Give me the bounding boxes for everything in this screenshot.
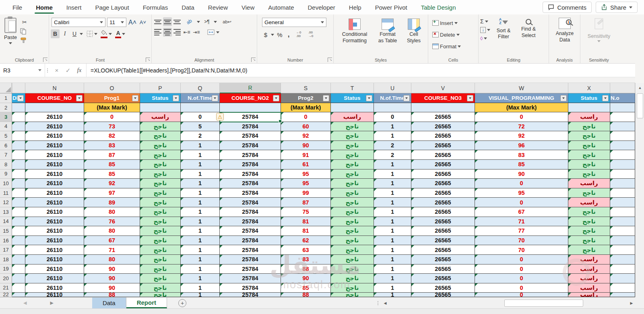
table-cell[interactable]: 1 <box>374 245 411 255</box>
table-cell[interactable]: 92 <box>84 179 140 188</box>
partial-cell[interactable] <box>610 198 635 207</box>
table-cell[interactable]: 26110 <box>25 236 84 246</box>
partial-cell[interactable] <box>610 236 635 246</box>
table-cell[interactable]: 81 <box>281 226 331 236</box>
scroll-up-icon[interactable]: ▲ <box>636 84 644 91</box>
table-cell[interactable]: 1 <box>181 236 220 246</box>
table-cell[interactable]: ناجح <box>568 226 610 236</box>
table-cell[interactable]: ناجح <box>331 131 374 141</box>
partial-cell[interactable] <box>12 274 25 283</box>
sheet-tab-report[interactable]: Report <box>126 297 167 308</box>
partial-cell[interactable] <box>610 245 635 255</box>
vertical-scrollbar[interactable]: ▲ ▼ <box>635 83 644 308</box>
table-cell[interactable]: 26110 <box>25 160 84 169</box>
find-select-button[interactable]: Find & Select <box>517 16 540 42</box>
font-size-select[interactable]: 11 <box>107 18 126 27</box>
filter-button[interactable] <box>403 95 410 101</box>
table-header-course-no[interactable]: COURSE_NO <box>25 93 84 103</box>
table-cell[interactable]: 25784 <box>220 150 281 160</box>
format-painter-button[interactable] <box>20 37 27 43</box>
table-cell[interactable]: 95 <box>281 169 331 179</box>
table-cell[interactable]: 26110 <box>25 264 84 274</box>
sort-filter-button[interactable]: AZ Sort & Filter <box>492 16 515 42</box>
table-cell[interactable]: 0 <box>475 274 568 283</box>
row-header-3[interactable]: 3 <box>0 112 12 122</box>
column-letter-N[interactable]: N <box>25 83 84 93</box>
partial-cell[interactable] <box>610 150 635 160</box>
table-cell[interactable]: 25784 <box>220 245 281 255</box>
orientation-button[interactable]: ab <box>181 14 197 29</box>
table-cell[interactable]: 0 <box>475 179 568 188</box>
table-cell[interactable]: 67 <box>475 207 568 217</box>
table-cell[interactable]: راسب <box>568 293 610 297</box>
filter-button[interactable] <box>173 95 179 101</box>
row-header-22[interactable]: 22 <box>0 293 12 297</box>
menu-tab-automate[interactable]: Automate <box>261 0 301 14</box>
table-cell[interactable]: 25784 <box>220 217 281 227</box>
table-cell[interactable]: ناجح <box>568 207 610 217</box>
row-header-11[interactable]: 11 <box>0 188 12 198</box>
increase-indent-button[interactable]: ⇥≡ <box>192 28 201 37</box>
partial-cell[interactable] <box>12 150 25 160</box>
table-cell[interactable]: 0 <box>475 293 568 297</box>
table-cell[interactable]: 1 <box>374 131 411 141</box>
table-cell[interactable]: 1 <box>181 198 220 207</box>
filter-button[interactable] <box>76 95 83 101</box>
table-cell[interactable]: 1 <box>374 179 411 188</box>
table-cell[interactable]: 1 <box>181 179 220 188</box>
table-header-status[interactable]: Status <box>331 93 374 103</box>
table-cell[interactable]: ناجح <box>140 179 181 188</box>
alignment-dialog-launcher-icon[interactable]: ↘ <box>251 58 256 62</box>
accounting-format-button[interactable]: $ <box>262 30 269 39</box>
table-cell[interactable]: ناجح <box>140 141 181 151</box>
accounting-dropdown-icon[interactable] <box>271 34 274 36</box>
row-header-4[interactable]: 4 <box>0 122 12 132</box>
table-cell[interactable]: 1 <box>374 217 411 227</box>
row-header-21[interactable]: 21 <box>0 283 12 293</box>
partial-cell[interactable] <box>12 264 25 274</box>
horizontal-scrollbar[interactable]: ◀ ▶ <box>378 297 635 308</box>
column-letter-W[interactable]: W <box>475 83 568 93</box>
partial-cell[interactable] <box>610 226 635 236</box>
table-cell[interactable]: ناجح <box>140 245 181 255</box>
merge-center-button[interactable] <box>206 28 215 37</box>
table-cell[interactable]: 26565 <box>411 112 475 122</box>
table-cell[interactable]: 1 <box>374 264 411 274</box>
table-cell[interactable]: ناجح <box>331 245 374 255</box>
menu-tab-formulas[interactable]: Formulas <box>136 0 175 14</box>
row-header-1[interactable]: 1 <box>0 93 12 103</box>
align-bottom-button[interactable] <box>173 17 182 26</box>
table-cell[interactable]: ناجح <box>140 131 181 141</box>
table-cell[interactable]: 82 <box>84 131 140 141</box>
table-cell[interactable]: 1 <box>181 169 220 179</box>
format-as-table-button[interactable]: Format as Table <box>374 17 401 45</box>
align-center-button[interactable] <box>163 28 172 37</box>
partial-cell[interactable] <box>12 169 25 179</box>
partial-cell[interactable] <box>12 122 25 132</box>
table-cell[interactable]: 1 <box>181 217 220 227</box>
table-cell[interactable]: 76 <box>84 217 140 227</box>
table-cell[interactable]: 0 <box>374 112 411 122</box>
comma-style-button[interactable]: , <box>285 30 292 39</box>
table-cell[interactable]: 1 <box>374 160 411 169</box>
insert-function-icon[interactable]: fx <box>74 67 85 74</box>
partial-cell[interactable] <box>12 131 25 141</box>
error-warning-icon[interactable]: ⚠ <box>216 113 224 121</box>
format-cells-button[interactable]: Format <box>432 41 474 51</box>
row-header-13[interactable]: 13 <box>0 207 12 217</box>
table-cell[interactable]: 1 <box>374 293 411 297</box>
table-cell[interactable]: 83 <box>475 150 568 160</box>
row-header-5[interactable]: 5 <box>0 131 12 141</box>
table-cell[interactable]: ناجح <box>331 188 374 198</box>
table-cell[interactable]: 87 <box>281 198 331 207</box>
table-cell[interactable]: 81 <box>281 217 331 227</box>
table-cell[interactable]: 90 <box>281 274 331 283</box>
row-header-19[interactable]: 19 <box>0 264 12 274</box>
table-cell[interactable]: راسب <box>140 112 181 122</box>
filter-button[interactable] <box>212 95 218 101</box>
table-cell[interactable]: 0 <box>475 255 568 264</box>
increase-font-icon[interactable]: A˄ <box>128 18 137 27</box>
table-cell[interactable]: 25784 <box>220 293 281 297</box>
table-cell[interactable]: 26565 <box>411 160 475 169</box>
table-cell[interactable]: 26565 <box>411 255 475 264</box>
